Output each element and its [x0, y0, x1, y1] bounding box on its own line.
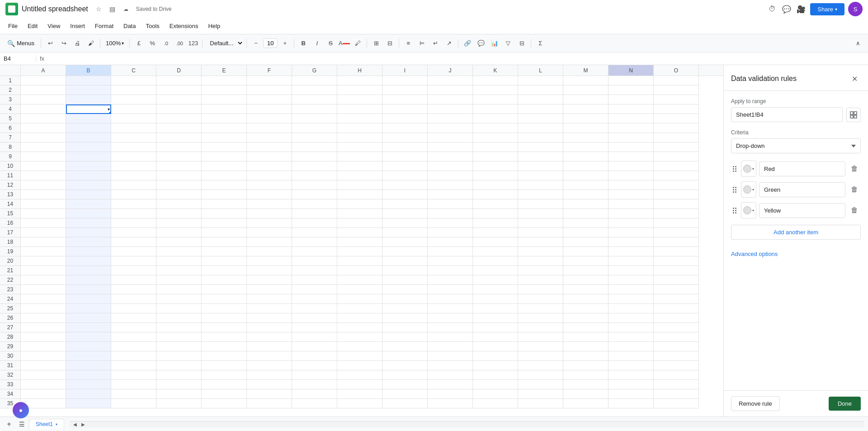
cell-M8[interactable]: [563, 142, 609, 152]
cell-O28[interactable]: [654, 332, 699, 342]
cell-I18[interactable]: [382, 237, 428, 247]
cell-H34[interactable]: [337, 389, 382, 399]
cell-C28[interactable]: [111, 332, 156, 342]
cell-E11[interactable]: [202, 171, 247, 180]
cell-O4[interactable]: [654, 104, 699, 114]
cell-I24[interactable]: [382, 294, 428, 304]
cell-M7[interactable]: [563, 133, 609, 142]
cell-L10[interactable]: [518, 161, 563, 171]
cell-L32[interactable]: [518, 370, 563, 380]
cell-G32[interactable]: [292, 370, 337, 380]
cell-K6[interactable]: [473, 123, 518, 133]
cell-L34[interactable]: [518, 389, 563, 399]
cell-K27[interactable]: [473, 323, 518, 332]
cell-E34[interactable]: [202, 389, 247, 399]
cell-D3[interactable]: [156, 95, 202, 104]
col-header-M[interactable]: M: [563, 65, 609, 76]
cell-C11[interactable]: [111, 171, 156, 180]
cell-A1[interactable]: [21, 76, 66, 85]
cell-O13[interactable]: [654, 190, 699, 199]
cell-O9[interactable]: [654, 152, 699, 161]
cell-I13[interactable]: [382, 190, 428, 199]
cell-L16[interactable]: [518, 218, 563, 228]
cell-N12[interactable]: [609, 180, 654, 190]
cell-B10[interactable]: [66, 161, 111, 171]
cell-G10[interactable]: [292, 161, 337, 171]
color-picker-3[interactable]: ▾: [741, 202, 756, 218]
cell-K31[interactable]: [473, 361, 518, 370]
cell-E5[interactable]: [202, 114, 247, 123]
cell-L21[interactable]: [518, 266, 563, 275]
cell-F34[interactable]: [247, 389, 292, 399]
row-number-6[interactable]: 6: [0, 123, 21, 133]
cell-B34[interactable]: [66, 389, 111, 399]
cell-D15[interactable]: [156, 209, 202, 218]
cell-L31[interactable]: [518, 361, 563, 370]
cell-F1[interactable]: [247, 76, 292, 85]
cell-A7[interactable]: [21, 133, 66, 142]
cell-C30[interactable]: [111, 351, 156, 361]
cell-C8[interactable]: [111, 142, 156, 152]
cell-J20[interactable]: [428, 256, 473, 266]
cell-I9[interactable]: [382, 152, 428, 161]
cell-A18[interactable]: [21, 237, 66, 247]
cell-O8[interactable]: [654, 142, 699, 152]
cell-K8[interactable]: [473, 142, 518, 152]
col-header-O[interactable]: O: [654, 65, 699, 76]
cell-O10[interactable]: [654, 161, 699, 171]
cell-M17[interactable]: [563, 228, 609, 237]
cell-J6[interactable]: [428, 123, 473, 133]
cell-J17[interactable]: [428, 228, 473, 237]
cell-D24[interactable]: [156, 294, 202, 304]
menu-edit[interactable]: Edit: [23, 21, 42, 31]
cell-G8[interactable]: [292, 142, 337, 152]
row-number-26[interactable]: 26: [0, 313, 21, 323]
cell-M25[interactable]: [563, 304, 609, 313]
cell-K28[interactable]: [473, 332, 518, 342]
cell-G3[interactable]: [292, 95, 337, 104]
cell-G17[interactable]: [292, 228, 337, 237]
cell-J19[interactable]: [428, 247, 473, 256]
cell-I3[interactable]: [382, 95, 428, 104]
menu-tools[interactable]: Tools: [141, 21, 164, 31]
cell-E12[interactable]: [202, 180, 247, 190]
cell-I8[interactable]: [382, 142, 428, 152]
cell-O16[interactable]: [654, 218, 699, 228]
col-header-G[interactable]: G: [292, 65, 337, 76]
cell-N21[interactable]: [609, 266, 654, 275]
cell-M14[interactable]: [563, 199, 609, 209]
cell-F7[interactable]: [247, 133, 292, 142]
cell-F15[interactable]: [247, 209, 292, 218]
cell-C25[interactable]: [111, 304, 156, 313]
cell-B14[interactable]: [66, 199, 111, 209]
row-number-11[interactable]: 11: [0, 171, 21, 180]
cell-K20[interactable]: [473, 256, 518, 266]
cell-O34[interactable]: [654, 389, 699, 399]
cell-A16[interactable]: [21, 218, 66, 228]
cell-G31[interactable]: [292, 361, 337, 370]
cell-A20[interactable]: [21, 256, 66, 266]
cell-C33[interactable]: [111, 380, 156, 389]
cell-E30[interactable]: [202, 351, 247, 361]
cell-J25[interactable]: [428, 304, 473, 313]
cell-L14[interactable]: [518, 199, 563, 209]
cell-K7[interactable]: [473, 133, 518, 142]
cell-F8[interactable]: [247, 142, 292, 152]
cell-A31[interactable]: [21, 361, 66, 370]
cell-J23[interactable]: [428, 285, 473, 294]
cell-I11[interactable]: [382, 171, 428, 180]
cell-D7[interactable]: [156, 133, 202, 142]
cell-I2[interactable]: [382, 85, 428, 95]
cell-F10[interactable]: [247, 161, 292, 171]
cell-D14[interactable]: [156, 199, 202, 209]
cell-K18[interactable]: [473, 237, 518, 247]
cell-K21[interactable]: [473, 266, 518, 275]
col-header-F[interactable]: F: [247, 65, 292, 76]
cell-H4[interactable]: [337, 104, 382, 114]
cell-H27[interactable]: [337, 323, 382, 332]
delete-item-2-button[interactable]: 🗑: [848, 183, 861, 196]
cell-G35[interactable]: [292, 399, 337, 408]
cell-J18[interactable]: [428, 237, 473, 247]
row-number-19[interactable]: 19: [0, 247, 21, 256]
cell-G22[interactable]: [292, 275, 337, 285]
